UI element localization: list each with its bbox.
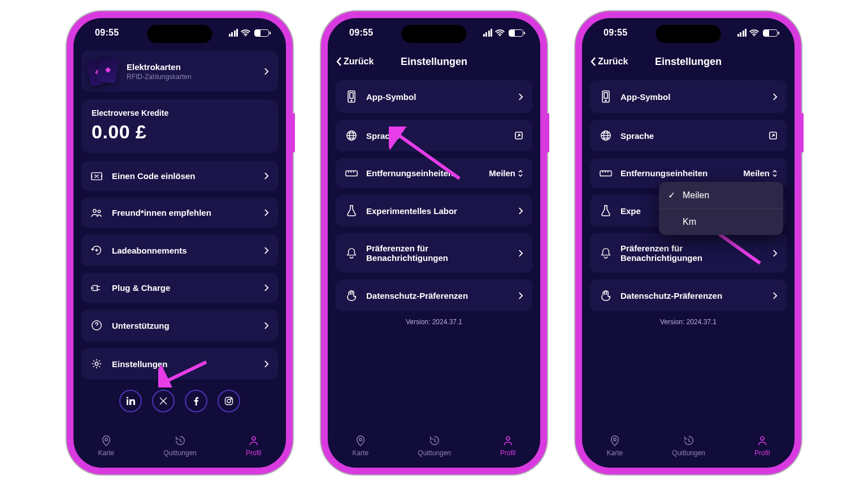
privacy-prefs-item[interactable]: Datenschutz-Präferenzen	[336, 280, 532, 311]
gear-icon	[90, 358, 103, 369]
app-icon-item[interactable]: App-Symbol	[590, 80, 787, 113]
globe-icon	[599, 130, 613, 141]
dropdown-option-km[interactable]: Km	[659, 209, 783, 235]
credits-label: Electroverse Kredite	[92, 108, 268, 117]
svg-point-32	[761, 437, 764, 440]
back-label: Zurück	[344, 56, 374, 67]
distance-label: Entfernungseinheiten	[366, 168, 481, 178]
hand-icon	[345, 290, 358, 301]
bell-icon	[345, 247, 358, 259]
flask-icon	[599, 205, 613, 216]
notification-prefs-item[interactable]: Präferenzen für Benachrichtigungen	[336, 233, 532, 273]
history-icon	[683, 435, 695, 446]
svg-point-31	[614, 438, 617, 441]
linkedin-button[interactable]	[119, 390, 142, 412]
status-icons	[737, 29, 778, 37]
language-item[interactable]: Sprache	[336, 120, 532, 151]
version-text: Version: 2024.37.1	[336, 318, 532, 326]
settings-item[interactable]: Einstellungen	[81, 348, 278, 380]
refer-friends-item[interactable]: Freund*innen empfehlen	[81, 198, 278, 228]
tab-profile[interactable]: Profil	[246, 435, 261, 457]
support-item[interactable]: Unterstützung	[81, 310, 278, 341]
privacy-label: Datenschutz-Präferenzen	[620, 291, 765, 300]
option-label: Km	[683, 217, 696, 227]
tab-profile-label: Profil	[500, 449, 515, 457]
chevron-right-icon	[264, 321, 269, 330]
chevron-right-icon	[772, 291, 778, 300]
svg-point-7	[127, 396, 128, 398]
ruler-icon	[599, 170, 613, 177]
back-button[interactable]: Zurück	[590, 51, 628, 72]
phone-icon	[599, 90, 613, 103]
battery-icon	[509, 29, 523, 37]
settings-content: Zurück Einstellungen App-Symbol Sprache	[582, 47, 795, 424]
x-icon	[159, 396, 168, 406]
battery-icon	[254, 29, 269, 37]
flask-icon	[345, 205, 358, 216]
tab-bar: Karte Quittungen Profil	[582, 424, 795, 468]
svg-rect-14	[350, 93, 353, 98]
svg-rect-19	[346, 171, 357, 176]
plug-charge-item[interactable]: Plug & Charge	[81, 273, 278, 303]
chevron-right-icon	[264, 360, 269, 368]
instagram-icon	[224, 396, 233, 406]
x-button[interactable]	[152, 390, 175, 412]
map-pin-icon	[609, 435, 620, 446]
redeem-label: Einen Code einlösen	[112, 171, 255, 181]
svg-point-2	[98, 210, 100, 212]
settings-header: Zurück Einstellungen	[336, 51, 532, 72]
facebook-button[interactable]	[185, 390, 207, 412]
language-item[interactable]: Sprache	[590, 120, 787, 151]
tab-receipts[interactable]: Quittungen	[418, 435, 451, 457]
tab-receipts-label: Quittungen	[418, 449, 451, 457]
phone-2: 09:55 Zurück Einstellungen App-Symbol	[321, 11, 547, 474]
profile-content: Elektrokarten RFID-Zahlungskarten Electr…	[73, 47, 286, 424]
tab-map[interactable]: Karte	[353, 435, 369, 457]
tab-map[interactable]: Karte	[607, 435, 623, 457]
tab-receipts[interactable]: Quittungen	[163, 435, 197, 457]
notification-prefs-item[interactable]: Präferenzen für Benachrichtigungen	[590, 233, 787, 273]
notif-label: Präferenzen für Benachrichtigungen	[620, 243, 765, 263]
check-icon: ✓	[668, 190, 677, 201]
tab-profile[interactable]: Profil	[754, 435, 770, 457]
dropdown-option-miles[interactable]: ✓ Meilen	[659, 182, 783, 209]
privacy-prefs-item[interactable]: Datenschutz-Präferenzen	[590, 280, 787, 311]
subscriptions-label: Ladeabonnements	[112, 246, 255, 255]
wifi-icon	[241, 29, 250, 37]
rfid-cards-icon	[87, 56, 119, 86]
external-link-icon	[514, 131, 523, 140]
instagram-button[interactable]	[218, 390, 240, 412]
wifi-icon	[749, 29, 759, 37]
elektrokarten-card[interactable]: Elektrokarten RFID-Zahlungskarten	[81, 51, 278, 91]
plug-label: Plug & Charge	[112, 283, 255, 293]
notif-label: Präferenzen für Benachrichtigungen	[366, 243, 510, 263]
chevron-right-icon	[518, 207, 523, 215]
back-button[interactable]: Zurück	[336, 51, 374, 72]
distance-value-selector[interactable]: Meilen	[743, 168, 778, 178]
map-pin-icon	[101, 435, 112, 446]
svg-point-12	[252, 437, 255, 440]
elektrokarten-subtitle: RFID-Zahlungskarten	[127, 73, 256, 81]
notch	[147, 25, 212, 43]
tab-profile[interactable]: Profil	[500, 435, 515, 457]
tab-receipts[interactable]: Quittungen	[672, 435, 705, 457]
redeem-code-item[interactable]: Einen Code einlösen	[81, 161, 278, 191]
tab-profile-label: Profil	[754, 449, 770, 457]
svg-point-9	[227, 399, 231, 403]
tab-map-label: Karte	[353, 449, 369, 457]
app-icon-item[interactable]: App-Symbol	[336, 80, 532, 113]
svg-point-15	[351, 100, 352, 101]
distance-label: Entfernungseinheiten	[620, 168, 735, 178]
tab-map[interactable]: Karte	[98, 435, 115, 457]
svg-point-22	[506, 437, 510, 440]
distance-value-selector[interactable]: Meilen	[489, 168, 523, 178]
experimental-lab-item[interactable]: Experimentelles Labor	[336, 195, 532, 226]
screen-profile: 09:55 Elektrokarten RFID-Zahlungskarten …	[73, 18, 286, 468]
linkedin-icon	[126, 396, 135, 406]
support-label: Unterstützung	[112, 321, 255, 330]
signal-icon	[483, 29, 493, 37]
notch	[656, 25, 721, 43]
app-icon-label: App-Symbol	[366, 92, 510, 102]
distance-units-item[interactable]: Entfernungseinheiten Meilen	[336, 158, 532, 188]
subscriptions-item[interactable]: Ladeabonnements	[81, 234, 278, 266]
